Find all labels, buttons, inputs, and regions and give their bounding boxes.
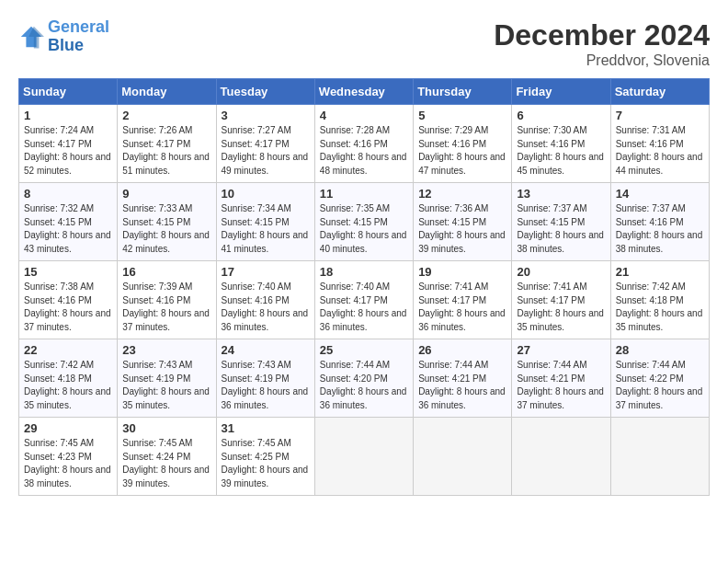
calendar-cell [610,418,709,496]
day-number: 9 [122,187,210,201]
calendar-cell: 12 Sunrise: 7:36 AMSunset: 4:15 PMDaylig… [414,183,512,261]
day-number: 26 [418,343,506,357]
logo-icon [18,24,44,50]
calendar-cell: 14 Sunrise: 7:37 AMSunset: 4:16 PMDaylig… [610,183,709,261]
calendar-cell: 3 Sunrise: 7:27 AMSunset: 4:17 PMDayligh… [216,105,314,183]
day-number: 20 [517,265,605,279]
calendar-header-row: SundayMondayTuesdayWednesdayThursdayFrid… [19,79,710,105]
calendar-row: 8 Sunrise: 7:32 AMSunset: 4:15 PMDayligh… [19,183,710,261]
calendar-row: 22 Sunrise: 7:42 AMSunset: 4:18 PMDaylig… [19,339,710,418]
calendar-cell: 2 Sunrise: 7:26 AMSunset: 4:17 PMDayligh… [118,105,216,183]
day-info: Sunrise: 7:44 AMSunset: 4:21 PMDaylight:… [517,359,605,412]
day-info: Sunrise: 7:34 AMSunset: 4:15 PMDaylight:… [222,202,310,256]
day-number: 5 [418,109,506,122]
day-info: Sunrise: 7:40 AMSunset: 4:17 PMDaylight:… [320,281,408,334]
calendar-cell: 23 Sunrise: 7:43 AMSunset: 4:19 PMDaylig… [118,339,216,418]
day-number: 28 [616,343,704,357]
day-number: 2 [122,109,210,122]
day-number: 18 [320,265,408,279]
day-number: 24 [222,343,310,357]
day-number: 8 [24,187,112,201]
calendar-cell: 30 Sunrise: 7:45 AMSunset: 4:24 PMDaylig… [118,418,216,496]
logo: General Blue [18,18,109,55]
calendar-cell [414,418,512,496]
day-info: Sunrise: 7:29 AMSunset: 4:16 PMDaylight:… [418,124,506,178]
calendar-cell [314,418,413,496]
calendar-cell: 11 Sunrise: 7:35 AMSunset: 4:15 PMDaylig… [314,183,413,261]
calendar-table: SundayMondayTuesdayWednesdayThursdayFrid… [18,78,710,496]
day-info: Sunrise: 7:26 AMSunset: 4:17 PMDaylight:… [122,124,210,178]
title-block: December 2024 Preddvor, Slovenia [494,18,710,69]
calendar-cell [512,418,610,496]
weekday-header: Friday [512,79,610,105]
calendar-row: 29 Sunrise: 7:45 AMSunset: 4:23 PMDaylig… [19,418,710,496]
day-number: 30 [122,421,210,435]
calendar-cell: 27 Sunrise: 7:44 AMSunset: 4:21 PMDaylig… [512,339,610,418]
day-info: Sunrise: 7:41 AMSunset: 4:17 PMDaylight:… [517,281,605,334]
day-info: Sunrise: 7:28 AMSunset: 4:16 PMDaylight:… [320,124,408,178]
day-number: 16 [122,265,210,279]
day-info: Sunrise: 7:44 AMSunset: 4:21 PMDaylight:… [418,359,506,412]
day-number: 22 [24,343,112,357]
weekday-header: Sunday [19,79,118,105]
day-number: 23 [122,343,210,357]
day-info: Sunrise: 7:36 AMSunset: 4:15 PMDaylight:… [418,202,506,256]
day-number: 25 [320,343,408,357]
calendar-cell: 9 Sunrise: 7:33 AMSunset: 4:15 PMDayligh… [118,183,216,261]
calendar-cell: 10 Sunrise: 7:34 AMSunset: 4:15 PMDaylig… [216,183,314,261]
day-info: Sunrise: 7:41 AMSunset: 4:17 PMDaylight:… [418,281,506,334]
day-number: 7 [616,109,704,122]
day-number: 21 [616,265,704,279]
day-number: 1 [24,109,112,122]
day-number: 6 [517,109,605,122]
weekday-header: Saturday [610,79,709,105]
day-number: 13 [517,187,605,201]
calendar-cell: 5 Sunrise: 7:29 AMSunset: 4:16 PMDayligh… [414,105,512,183]
day-info: Sunrise: 7:45 AMSunset: 4:24 PMDaylight:… [122,437,210,490]
calendar-row: 1 Sunrise: 7:24 AMSunset: 4:17 PMDayligh… [19,105,710,183]
day-info: Sunrise: 7:39 AMSunset: 4:16 PMDaylight:… [122,281,210,334]
day-number: 3 [222,109,310,122]
calendar-cell: 8 Sunrise: 7:32 AMSunset: 4:15 PMDayligh… [19,183,118,261]
day-number: 15 [24,265,112,279]
day-info: Sunrise: 7:33 AMSunset: 4:15 PMDaylight:… [122,202,210,256]
weekday-header: Monday [118,79,216,105]
day-number: 19 [418,265,506,279]
day-number: 29 [24,421,112,435]
location: Preddvor, Slovenia [494,52,710,69]
calendar-body: 1 Sunrise: 7:24 AMSunset: 4:17 PMDayligh… [19,105,710,496]
calendar-cell: 26 Sunrise: 7:44 AMSunset: 4:21 PMDaylig… [414,339,512,418]
month-title: December 2024 [494,18,710,52]
calendar-row: 15 Sunrise: 7:38 AMSunset: 4:16 PMDaylig… [19,261,710,339]
day-number: 14 [616,187,704,201]
calendar-cell: 25 Sunrise: 7:44 AMSunset: 4:20 PMDaylig… [314,339,413,418]
calendar-cell: 21 Sunrise: 7:42 AMSunset: 4:18 PMDaylig… [610,261,709,339]
calendar-cell: 15 Sunrise: 7:38 AMSunset: 4:16 PMDaylig… [19,261,118,339]
weekday-header: Wednesday [314,79,413,105]
day-info: Sunrise: 7:38 AMSunset: 4:16 PMDaylight:… [24,281,112,334]
day-info: Sunrise: 7:43 AMSunset: 4:19 PMDaylight:… [122,359,210,412]
calendar-cell: 18 Sunrise: 7:40 AMSunset: 4:17 PMDaylig… [314,261,413,339]
day-number: 17 [222,265,310,279]
day-number: 31 [222,421,310,435]
day-info: Sunrise: 7:45 AMSunset: 4:23 PMDaylight:… [24,437,112,490]
day-info: Sunrise: 7:31 AMSunset: 4:16 PMDaylight:… [616,124,704,178]
weekday-header: Thursday [414,79,512,105]
day-number: 11 [320,187,408,201]
day-info: Sunrise: 7:37 AMSunset: 4:16 PMDaylight:… [616,202,704,256]
calendar-cell: 1 Sunrise: 7:24 AMSunset: 4:17 PMDayligh… [19,105,118,183]
calendar-cell: 6 Sunrise: 7:30 AMSunset: 4:16 PMDayligh… [512,105,610,183]
calendar-cell: 31 Sunrise: 7:45 AMSunset: 4:25 PMDaylig… [216,418,314,496]
day-info: Sunrise: 7:42 AMSunset: 4:18 PMDaylight:… [24,359,112,412]
calendar-cell: 22 Sunrise: 7:42 AMSunset: 4:18 PMDaylig… [19,339,118,418]
day-info: Sunrise: 7:43 AMSunset: 4:19 PMDaylight:… [222,359,310,412]
day-info: Sunrise: 7:37 AMSunset: 4:15 PMDaylight:… [517,202,605,256]
calendar-cell: 13 Sunrise: 7:37 AMSunset: 4:15 PMDaylig… [512,183,610,261]
calendar-cell: 4 Sunrise: 7:28 AMSunset: 4:16 PMDayligh… [314,105,413,183]
day-info: Sunrise: 7:40 AMSunset: 4:16 PMDaylight:… [222,281,310,334]
day-number: 12 [418,187,506,201]
page-header: General Blue December 2024 Preddvor, Slo… [18,18,710,69]
calendar-cell: 24 Sunrise: 7:43 AMSunset: 4:19 PMDaylig… [216,339,314,418]
day-info: Sunrise: 7:30 AMSunset: 4:16 PMDaylight:… [517,124,605,178]
calendar-cell: 19 Sunrise: 7:41 AMSunset: 4:17 PMDaylig… [414,261,512,339]
